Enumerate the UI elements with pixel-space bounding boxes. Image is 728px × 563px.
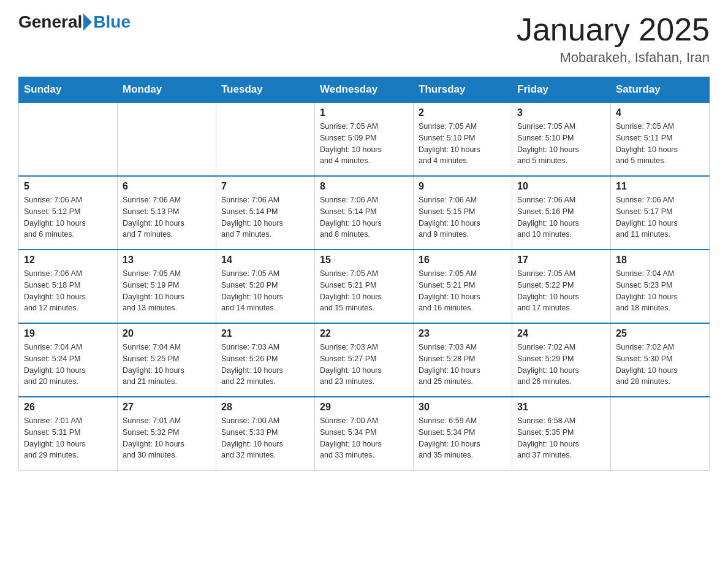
- day-info: Sunrise: 7:03 AM Sunset: 5:28 PM Dayligh…: [419, 342, 507, 388]
- calendar-cell: 22Sunrise: 7:03 AM Sunset: 5:27 PM Dayli…: [315, 323, 414, 397]
- day-info: Sunrise: 7:06 AM Sunset: 5:14 PM Dayligh…: [221, 194, 309, 240]
- day-info: Sunrise: 7:05 AM Sunset: 5:20 PM Dayligh…: [221, 268, 309, 314]
- logo-blue-text: Blue: [93, 12, 131, 32]
- calendar-cell: 14Sunrise: 7:05 AM Sunset: 5:20 PM Dayli…: [216, 250, 315, 323]
- day-info: Sunrise: 7:00 AM Sunset: 5:33 PM Dayligh…: [221, 415, 309, 461]
- logo: General Blue: [18, 12, 131, 32]
- calendar-cell: 17Sunrise: 7:05 AM Sunset: 5:22 PM Dayli…: [512, 250, 611, 323]
- calendar-location: Mobarakeh, Isfahan, Iran: [517, 50, 710, 66]
- day-number: 24: [517, 328, 605, 339]
- day-number: 1: [320, 107, 408, 118]
- day-info: Sunrise: 7:05 AM Sunset: 5:10 PM Dayligh…: [517, 121, 605, 167]
- day-number: 19: [24, 328, 112, 339]
- calendar-cell: 19Sunrise: 7:04 AM Sunset: 5:24 PM Dayli…: [19, 323, 118, 397]
- day-info: Sunrise: 7:05 AM Sunset: 5:19 PM Dayligh…: [123, 268, 211, 314]
- calendar-table: SundayMondayTuesdayWednesdayThursdayFrid…: [18, 77, 710, 471]
- calendar-cell: 21Sunrise: 7:03 AM Sunset: 5:26 PM Dayli…: [216, 323, 315, 397]
- col-header-wednesday: Wednesday: [315, 77, 414, 103]
- day-info: Sunrise: 7:06 AM Sunset: 5:16 PM Dayligh…: [517, 194, 605, 240]
- week-row-3: 12Sunrise: 7:06 AM Sunset: 5:18 PM Dayli…: [19, 250, 710, 323]
- day-info: Sunrise: 7:04 AM Sunset: 5:24 PM Dayligh…: [24, 342, 112, 388]
- day-number: 20: [123, 328, 211, 339]
- day-info: Sunrise: 7:05 AM Sunset: 5:09 PM Dayligh…: [320, 121, 408, 167]
- calendar-cell: 25Sunrise: 7:02 AM Sunset: 5:30 PM Dayli…: [611, 323, 710, 397]
- day-number: 2: [419, 107, 507, 118]
- day-number: 14: [221, 255, 309, 266]
- calendar-cell: 13Sunrise: 7:05 AM Sunset: 5:19 PM Dayli…: [118, 250, 216, 323]
- title-block: January 2025 Mobarakeh, Isfahan, Iran: [517, 12, 710, 66]
- calendar-cell: 18Sunrise: 7:04 AM Sunset: 5:23 PM Dayli…: [611, 250, 710, 323]
- day-info: Sunrise: 7:03 AM Sunset: 5:26 PM Dayligh…: [221, 342, 309, 388]
- calendar-cell: 26Sunrise: 7:01 AM Sunset: 5:31 PM Dayli…: [19, 397, 118, 470]
- calendar-cell: 4Sunrise: 7:05 AM Sunset: 5:11 PM Daylig…: [611, 102, 710, 176]
- calendar-cell: 30Sunrise: 6:59 AM Sunset: 5:34 PM Dayli…: [414, 397, 512, 470]
- page-header: General Blue January 2025 Mobarakeh, Isf…: [18, 12, 710, 66]
- week-row-1: 1Sunrise: 7:05 AM Sunset: 5:09 PM Daylig…: [19, 102, 710, 176]
- day-number: 11: [616, 181, 704, 192]
- day-info: Sunrise: 7:00 AM Sunset: 5:34 PM Dayligh…: [320, 415, 408, 461]
- day-info: Sunrise: 7:06 AM Sunset: 5:15 PM Dayligh…: [419, 194, 507, 240]
- week-row-5: 26Sunrise: 7:01 AM Sunset: 5:31 PM Dayli…: [19, 397, 710, 470]
- calendar-cell: 31Sunrise: 6:58 AM Sunset: 5:35 PM Dayli…: [512, 397, 611, 470]
- day-number: 8: [320, 181, 408, 192]
- day-info: Sunrise: 7:01 AM Sunset: 5:32 PM Dayligh…: [123, 415, 211, 461]
- col-header-friday: Friday: [512, 77, 611, 103]
- calendar-cell: [216, 102, 315, 176]
- day-number: 27: [123, 402, 211, 413]
- col-header-tuesday: Tuesday: [216, 77, 315, 103]
- calendar-cell: 8Sunrise: 7:06 AM Sunset: 5:14 PM Daylig…: [315, 176, 414, 250]
- day-number: 31: [517, 402, 605, 413]
- logo-general-text: General: [18, 12, 82, 32]
- calendar-cell: 16Sunrise: 7:05 AM Sunset: 5:21 PM Dayli…: [414, 250, 512, 323]
- day-info: Sunrise: 7:06 AM Sunset: 5:12 PM Dayligh…: [24, 194, 112, 240]
- calendar-cell: 29Sunrise: 7:00 AM Sunset: 5:34 PM Dayli…: [315, 397, 414, 470]
- day-number: 5: [24, 181, 112, 192]
- day-info: Sunrise: 7:06 AM Sunset: 5:18 PM Dayligh…: [24, 268, 112, 314]
- logo-arrow-icon: [83, 13, 92, 31]
- calendar-cell: 2Sunrise: 7:05 AM Sunset: 5:10 PM Daylig…: [414, 102, 512, 176]
- calendar-cell: 27Sunrise: 7:01 AM Sunset: 5:32 PM Dayli…: [118, 397, 216, 470]
- day-info: Sunrise: 7:06 AM Sunset: 5:14 PM Dayligh…: [320, 194, 408, 240]
- calendar-cell: 12Sunrise: 7:06 AM Sunset: 5:18 PM Dayli…: [19, 250, 118, 323]
- calendar-cell: [19, 102, 118, 176]
- week-row-4: 19Sunrise: 7:04 AM Sunset: 5:24 PM Dayli…: [19, 323, 710, 397]
- col-header-saturday: Saturday: [611, 77, 710, 103]
- calendar-cell: 5Sunrise: 7:06 AM Sunset: 5:12 PM Daylig…: [19, 176, 118, 250]
- day-info: Sunrise: 7:02 AM Sunset: 5:29 PM Dayligh…: [517, 342, 605, 388]
- calendar-cell: 20Sunrise: 7:04 AM Sunset: 5:25 PM Dayli…: [118, 323, 216, 397]
- calendar-header: SundayMondayTuesdayWednesdayThursdayFrid…: [19, 77, 710, 103]
- calendar-title: January 2025: [517, 12, 710, 47]
- day-info: Sunrise: 7:04 AM Sunset: 5:23 PM Dayligh…: [616, 268, 704, 314]
- day-info: Sunrise: 7:05 AM Sunset: 5:11 PM Dayligh…: [616, 121, 704, 167]
- day-info: Sunrise: 7:05 AM Sunset: 5:21 PM Dayligh…: [419, 268, 507, 314]
- calendar-cell: 9Sunrise: 7:06 AM Sunset: 5:15 PM Daylig…: [414, 176, 512, 250]
- day-number: 15: [320, 255, 408, 266]
- calendar-cell: [118, 102, 216, 176]
- calendar-cell: [611, 397, 710, 470]
- day-number: 23: [419, 328, 507, 339]
- calendar-cell: 15Sunrise: 7:05 AM Sunset: 5:21 PM Dayli…: [315, 250, 414, 323]
- day-info: Sunrise: 7:06 AM Sunset: 5:13 PM Dayligh…: [123, 194, 211, 240]
- day-number: 10: [517, 181, 605, 192]
- day-info: Sunrise: 7:04 AM Sunset: 5:25 PM Dayligh…: [123, 342, 211, 388]
- day-info: Sunrise: 7:06 AM Sunset: 5:17 PM Dayligh…: [616, 194, 704, 240]
- col-header-sunday: Sunday: [19, 77, 118, 103]
- day-number: 26: [24, 402, 112, 413]
- calendar-cell: 10Sunrise: 7:06 AM Sunset: 5:16 PM Dayli…: [512, 176, 611, 250]
- day-info: Sunrise: 7:01 AM Sunset: 5:31 PM Dayligh…: [24, 415, 112, 461]
- day-info: Sunrise: 7:03 AM Sunset: 5:27 PM Dayligh…: [320, 342, 408, 388]
- calendar-cell: 1Sunrise: 7:05 AM Sunset: 5:09 PM Daylig…: [315, 102, 414, 176]
- day-number: 12: [24, 255, 112, 266]
- day-info: Sunrise: 7:05 AM Sunset: 5:21 PM Dayligh…: [320, 268, 408, 314]
- col-header-thursday: Thursday: [414, 77, 512, 103]
- day-number: 22: [320, 328, 408, 339]
- day-info: Sunrise: 7:05 AM Sunset: 5:10 PM Dayligh…: [419, 121, 507, 167]
- day-number: 3: [517, 107, 605, 118]
- calendar-cell: 24Sunrise: 7:02 AM Sunset: 5:29 PM Dayli…: [512, 323, 611, 397]
- day-info: Sunrise: 6:58 AM Sunset: 5:35 PM Dayligh…: [517, 415, 605, 461]
- calendar-cell: 11Sunrise: 7:06 AM Sunset: 5:17 PM Dayli…: [611, 176, 710, 250]
- day-number: 9: [419, 181, 507, 192]
- day-number: 13: [123, 255, 211, 266]
- week-row-2: 5Sunrise: 7:06 AM Sunset: 5:12 PM Daylig…: [19, 176, 710, 250]
- day-number: 18: [616, 255, 704, 266]
